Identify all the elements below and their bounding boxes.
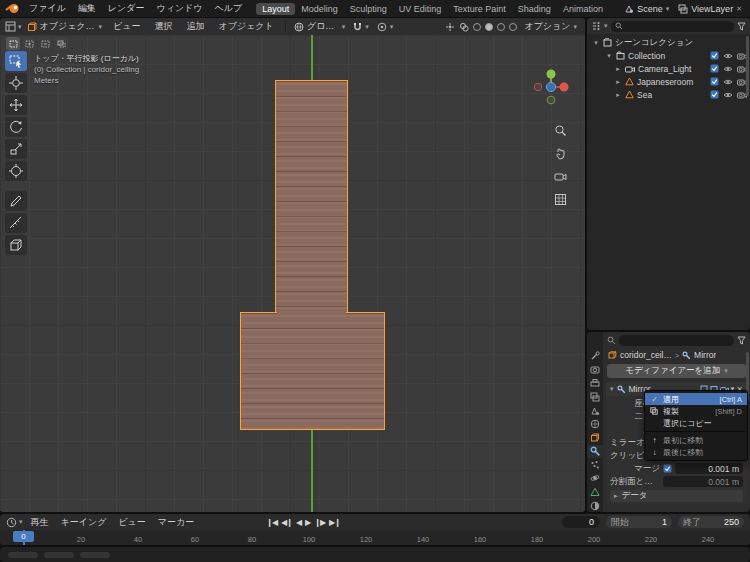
merge-checkbox[interactable]: [663, 464, 672, 473]
transform-tool[interactable]: [5, 161, 27, 181]
cursor-tool[interactable]: [5, 73, 27, 93]
outliner-row-japaneseroom[interactable]: ▸ Japaneseroom: [587, 75, 750, 88]
menu-edit[interactable]: 編集: [72, 1, 102, 16]
add-menu[interactable]: 追加: [180, 19, 210, 34]
tab-particles[interactable]: [587, 459, 603, 472]
timeline-editor-type-icon[interactable]: [6, 517, 17, 528]
hide-eye-icon[interactable]: [723, 91, 733, 99]
menu-window[interactable]: ウィンドウ: [150, 1, 208, 16]
show-overlays-icon[interactable]: [459, 22, 469, 32]
camera-view-icon[interactable]: [551, 167, 569, 185]
outliner-row-camera-light[interactable]: ▸ Camera_Light: [587, 62, 750, 75]
transform-orientation-dropdown[interactable]: グローバル ▾: [291, 20, 349, 33]
view-menu[interactable]: ビュー: [112, 515, 151, 530]
outliner-row-sea[interactable]: ▸ Sea: [587, 88, 750, 101]
selectmode-intersect-icon[interactable]: [54, 37, 68, 50]
mesh-coridor-ceiling-wide-section[interactable]: [240, 312, 385, 430]
exclude-checkbox-icon[interactable]: [710, 64, 719, 73]
tab-output[interactable]: [587, 377, 603, 390]
workspace-tab-texture-paint[interactable]: Texture Paint: [447, 3, 512, 15]
play-reverse-button[interactable]: ◀: [296, 518, 301, 527]
workspace-tab-layout[interactable]: Layout: [256, 3, 295, 15]
tab-tool[interactable]: [587, 350, 603, 363]
breadcrumb-modifier[interactable]: Mirror: [694, 350, 716, 360]
workspace-tab-modeling[interactable]: Modeling: [295, 3, 344, 15]
disclosure-icon[interactable]: ▾: [605, 52, 613, 60]
exclude-checkbox-icon[interactable]: [710, 90, 719, 99]
menu-item-copy-to-selected[interactable]: 選択にコピー: [645, 417, 747, 429]
data-subpanel[interactable]: ▸ データ: [610, 490, 743, 502]
frame-start-field[interactable]: 開始 1: [606, 516, 672, 528]
merge-threshold-field[interactable]: 0.001 m: [675, 463, 743, 474]
shading-material-icon[interactable]: [497, 23, 505, 31]
playback-menu[interactable]: 再生: [25, 515, 55, 530]
tab-object[interactable]: [587, 431, 603, 444]
options-dropdown[interactable]: オプション ▾: [521, 20, 580, 33]
timeline-ruler[interactable]: 0 20 40 60 80 100 120 140 160 180 200 22…: [0, 530, 750, 545]
shading-wireframe-icon[interactable]: [473, 23, 481, 31]
hide-eye-icon[interactable]: [723, 52, 733, 60]
properties-search-input[interactable]: [619, 335, 734, 346]
annotate-tool[interactable]: [5, 191, 27, 211]
disclosure-icon[interactable]: ▸: [614, 78, 622, 86]
show-gizmo-icon[interactable]: [445, 22, 455, 32]
mode-dropdown[interactable]: オブジェクトモード ▾: [24, 20, 106, 33]
current-frame-field[interactable]: 0: [562, 516, 600, 528]
bisect-distance-field[interactable]: 0.001 m: [663, 476, 743, 487]
editor-type-icon[interactable]: [5, 21, 16, 32]
tab-object-data[interactable]: [587, 486, 603, 499]
select-menu[interactable]: 選択: [148, 19, 178, 34]
snap-dropdown[interactable]: ▾: [350, 22, 372, 32]
outliner-row-scene-collection[interactable]: ▾ シーンコレクション: [587, 36, 750, 49]
move-tool[interactable]: [5, 95, 27, 115]
measure-tool[interactable]: [5, 213, 27, 233]
scale-tool[interactable]: [5, 139, 27, 159]
menu-item-duplicate[interactable]: 複製 [Shift] D: [645, 405, 747, 417]
exclude-checkbox-icon[interactable]: [710, 77, 719, 86]
workspace-tab-uv-editing[interactable]: UV Editing: [393, 3, 448, 15]
selectmode-extend-icon[interactable]: [22, 37, 36, 50]
hide-eye-icon[interactable]: [723, 65, 733, 73]
tab-world[interactable]: [587, 418, 603, 431]
prev-keyframe-button[interactable]: ◀❙: [281, 518, 292, 527]
selectmode-subtract-icon[interactable]: [38, 37, 52, 50]
select-box-tool[interactable]: [5, 51, 27, 71]
outliner-search-input[interactable]: [611, 21, 734, 32]
navigation-gizmo[interactable]: [529, 65, 573, 109]
tab-material[interactable]: [587, 499, 603, 512]
add-modifier-button[interactable]: モディファイアーを追加 ▾: [607, 364, 746, 378]
menu-item-apply[interactable]: ✓ 適用 [Ctrl] A: [645, 393, 747, 405]
workspace-tab-sculpting[interactable]: Sculpting: [344, 3, 393, 15]
proportional-edit-dropdown[interactable]: ▾: [374, 22, 397, 32]
menu-file[interactable]: ファイル: [23, 1, 72, 16]
marker-menu[interactable]: マーカー: [152, 515, 200, 530]
filter-funnel-icon[interactable]: [737, 22, 746, 31]
frame-end-field[interactable]: 終了 250: [678, 516, 744, 528]
mesh-coridor-ceiling-corridor-section[interactable]: [275, 80, 348, 312]
blender-logo-icon[interactable]: [5, 3, 20, 14]
jump-to-end-button[interactable]: ▶❙: [329, 518, 340, 527]
jump-to-start-button[interactable]: ❙◀: [266, 518, 277, 527]
disclosure-icon[interactable]: ▸: [614, 91, 622, 99]
object-menu[interactable]: オブジェクト: [212, 19, 279, 34]
next-keyframe-button[interactable]: ❙▶: [314, 518, 325, 527]
menu-item-move-to-last[interactable]: ↓ 最後に移動: [645, 446, 747, 458]
shading-solid-icon[interactable]: [485, 23, 493, 31]
playhead-frame-badge[interactable]: 0: [13, 531, 34, 542]
viewport-canvas[interactable]: トップ・平行投影 (ローカル) (0) Collection | coridor…: [0, 35, 585, 512]
disclosure-icon[interactable]: ▾: [592, 39, 600, 47]
play-button[interactable]: ▶: [305, 518, 310, 527]
selectmode-new-icon[interactable]: [6, 37, 20, 50]
rotate-tool[interactable]: [5, 117, 27, 137]
add-cube-tool[interactable]: [5, 235, 27, 255]
outliner-editor-type-icon[interactable]: [591, 21, 601, 31]
menu-item-move-to-first[interactable]: ↑ 最初に移動: [645, 434, 747, 446]
menu-help[interactable]: ヘルプ: [209, 1, 249, 16]
tab-modifiers[interactable]: [587, 445, 603, 458]
outliner-scrollbar[interactable]: [746, 36, 749, 96]
workspace-tab-shading[interactable]: Shading: [512, 3, 557, 15]
hide-eye-icon[interactable]: [723, 78, 733, 86]
viewlayer-selector[interactable]: ViewLayer ✕: [675, 4, 745, 14]
tab-physics[interactable]: [587, 472, 603, 485]
tab-render[interactable]: [587, 364, 603, 377]
